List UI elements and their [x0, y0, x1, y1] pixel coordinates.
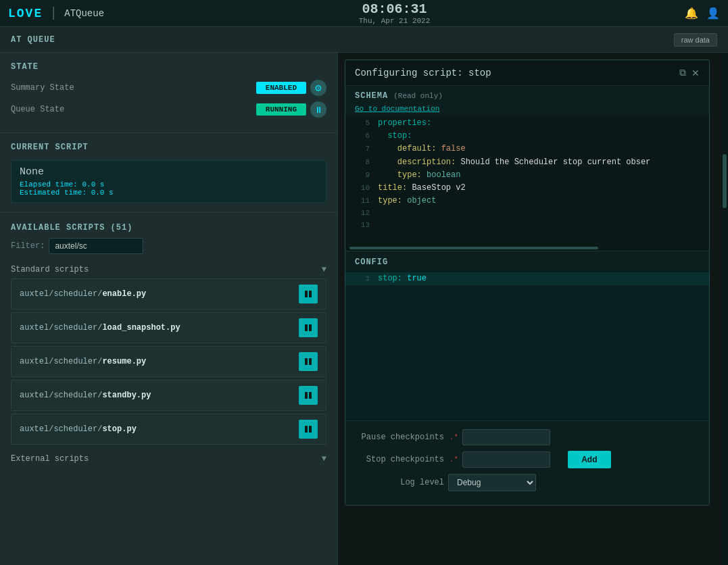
modal-form: Pause checkpoints .* Stop checkpoints .*: [345, 420, 709, 505]
list-item[interactable]: auxtel/scheduler/stop.py: [11, 414, 326, 445]
config-code-line: 1 stop: true: [345, 272, 709, 285]
log-level-label: Log level: [356, 478, 444, 487]
pause-icon[interactable]: ⏸: [310, 101, 326, 118]
topbar-date: Thu, Apr 21 2022: [359, 17, 431, 25]
modal-title: Configuring script: stop: [355, 68, 491, 78]
list-item[interactable]: auxtel/scheduler/resume.py: [11, 346, 326, 377]
schema-header: SCHEMA (Read only): [345, 86, 709, 103]
list-item[interactable]: auxtel/scheduler/enable.py: [11, 278, 326, 310]
script-queue-button[interactable]: [299, 318, 318, 337]
summary-state-label: Summary State: [11, 83, 74, 93]
topbar-app: ATQueue: [64, 8, 104, 19]
standard-scripts-group: Standard scripts ▼ auxtel/scheduler/enab…: [11, 261, 326, 445]
available-scripts-header: AVAILABLE SCRIPTS (51) Filter:: [0, 222, 337, 254]
topbar-time: 08:06:31: [359, 2, 431, 17]
form-label-area: Stop checkpoints .*: [356, 455, 458, 464]
script-queue-button[interactable]: [299, 420, 318, 439]
list-item[interactable]: auxtel/scheduler/load_snapshot.py: [11, 312, 326, 343]
schema-label: SCHEMA: [355, 91, 388, 101]
config-header: CONFIG: [345, 251, 709, 270]
raw-data-button[interactable]: raw data: [674, 33, 717, 47]
queue-state-row: Queue State RUNNING ⏸: [11, 101, 326, 118]
current-script-left: CURRENT SCRIPT None Elapsed time: 0.0 s …: [0, 133, 337, 213]
elapsed-value: 0.0 s: [82, 180, 104, 189]
chevron-down-icon: ▼: [322, 265, 326, 274]
topbar-logo: LOVE: [8, 7, 43, 20]
script-name: auxtel/scheduler/enable.py: [20, 289, 146, 299]
topbar: LOVE | ATQueue 08:06:31 Thu, Apr 21 2022…: [0, 0, 728, 27]
topbar-center: 08:06:31 Thu, Apr 21 2022: [359, 2, 431, 25]
queue-state-label: Queue State: [11, 105, 64, 114]
script-name: auxtel/scheduler/standby.py: [20, 391, 151, 400]
filter-row: Filter:: [11, 238, 326, 254]
current-script-title: CURRENT SCRIPT: [11, 143, 326, 152]
form-label-area: Pause checkpoints .*: [356, 433, 458, 442]
pause-checkpoints-input[interactable]: [462, 429, 550, 445]
form-label-area: Log level: [356, 478, 444, 487]
current-script-box: None Elapsed time: 0.0 s Estimated time:…: [11, 160, 326, 203]
copy-icon[interactable]: ⧉: [679, 67, 686, 78]
config-section: CONFIG 1 stop: true: [345, 251, 709, 420]
schema-scrollbar-thumb: [349, 247, 598, 249]
script-queue-button[interactable]: [299, 386, 318, 405]
script-name: auxtel/scheduler/resume.py: [20, 357, 146, 366]
schema-code-editor: 5 properties: 6 stop: 7 default: false: [345, 117, 709, 245]
filter-input[interactable]: [49, 238, 143, 254]
chevron-down-icon: ▼: [322, 454, 326, 464]
code-line: 6 stop:: [345, 130, 709, 143]
stop-checkpoints-input[interactable]: [462, 451, 550, 468]
user-icon[interactable]: 👤: [706, 7, 720, 20]
topbar-right: 🔔 👤: [685, 7, 720, 20]
aq-title: AT QUEUE: [11, 35, 55, 45]
log-level-select[interactable]: Debug Info Warning Error: [448, 474, 536, 491]
schema-readonly: (Read only): [393, 92, 443, 100]
running-badge: RUNNING: [256, 103, 306, 116]
state-section: STATE Summary State ENABLED ⚙ Queue Stat…: [0, 53, 337, 133]
code-line: 11 type: object: [345, 195, 709, 207]
modal-scrollbar[interactable]: [721, 53, 728, 565]
schema-scrollbar[interactable]: [345, 245, 709, 251]
modal-container: Configuring script: stop ⧉ ✕ SCHEMA (Rea…: [338, 53, 728, 565]
close-icon[interactable]: ✕: [691, 67, 700, 78]
queue-state-controls: RUNNING ⏸: [256, 101, 326, 118]
add-button[interactable]: Add: [568, 451, 610, 468]
script-queue-button[interactable]: [299, 285, 318, 303]
stop-checkpoints-row: Stop checkpoints .* Add: [356, 451, 698, 468]
standard-scripts-header[interactable]: Standard scripts ▼: [11, 261, 326, 278]
gear-icon[interactable]: ⚙: [310, 80, 326, 96]
main-container: AT QUEUE raw data STATE Summary State EN…: [0, 27, 728, 565]
modal-scrollbar-thumb: [723, 154, 727, 208]
scripts-list: Standard scripts ▼ auxtel/scheduler/enab…: [0, 261, 337, 565]
left-panel: STATE Summary State ENABLED ⚙ Queue Stat…: [0, 53, 338, 565]
required-marker: .*: [450, 433, 458, 441]
elapsed-time: Elapsed time: 0.0 s: [20, 180, 318, 189]
external-scripts-label: External scripts: [11, 454, 89, 464]
estimated-time: Estimated time: 0.0 s: [20, 189, 318, 197]
script-queue-button[interactable]: [299, 352, 318, 371]
summary-state-controls: ENABLED ⚙: [256, 80, 326, 96]
schema-section: SCHEMA (Read only) Go to documentation 5…: [345, 86, 709, 251]
available-scripts-title: AVAILABLE SCRIPTS (51): [11, 223, 132, 232]
filter-label: Filter:: [11, 241, 45, 251]
content-area: STATE Summary State ENABLED ⚙ Queue Stat…: [0, 53, 728, 565]
topbar-separator: |: [49, 5, 57, 21]
external-scripts-header[interactable]: External scripts ▼: [11, 450, 326, 468]
pause-checkpoints-label: Pause checkpoints: [356, 433, 444, 442]
pause-checkpoints-row: Pause checkpoints .*: [356, 429, 698, 445]
script-name: auxtel/scheduler/load_snapshot.py: [20, 323, 180, 333]
configure-script-modal: Configuring script: stop ⧉ ✕ SCHEMA (Rea…: [345, 59, 710, 506]
code-line: 7 default: false: [345, 143, 709, 155]
schema-docs-link[interactable]: Go to documentation: [345, 103, 709, 117]
script-name: auxtel/scheduler/stop.py: [20, 424, 137, 434]
aq-header: AT QUEUE raw data: [0, 27, 728, 53]
required-marker: .*: [450, 456, 458, 464]
config-code-editor[interactable]: 1 stop: true: [345, 270, 709, 420]
code-line: 13: [345, 220, 709, 232]
config-label: CONFIG: [355, 257, 388, 267]
right-panel: Configuring script: stop ⧉ ✕ SCHEMA (Rea…: [338, 53, 728, 565]
summary-state-row: Summary State ENABLED ⚙: [11, 80, 326, 96]
code-line: 9 type: boolean: [345, 169, 709, 182]
bell-icon[interactable]: 🔔: [685, 7, 698, 20]
script-none: None: [20, 166, 318, 178]
list-item[interactable]: auxtel/scheduler/standby.py: [11, 380, 326, 411]
